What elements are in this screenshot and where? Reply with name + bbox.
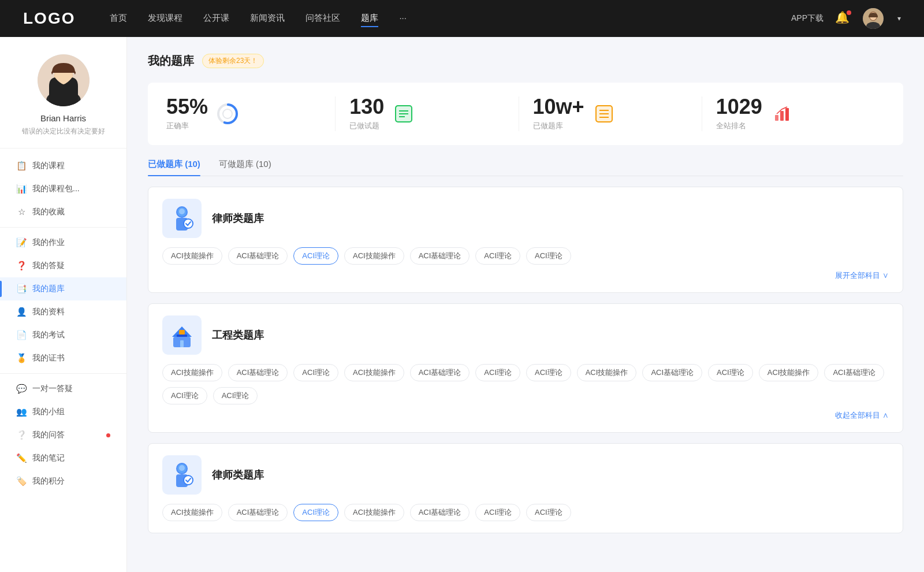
tag-e-2[interactable]: ACI基础理论 (228, 364, 288, 381)
profile-avatar-image (38, 54, 90, 106)
nav-news[interactable]: 新闻资讯 (250, 10, 285, 27)
sidebar-label-homework: 我的作业 (32, 237, 110, 248)
tag-l1-1[interactable]: ACI技能操作 (162, 247, 222, 265)
sidebar-label-favorites: 我的收藏 (32, 207, 110, 217)
tag-e-4[interactable]: ACI技能操作 (344, 364, 404, 381)
nav-more[interactable]: ··· (399, 10, 407, 27)
expand-link-lawyer-1[interactable]: 展开全部科目 ∨ (835, 270, 889, 281)
tag-e-6[interactable]: ACI理论 (475, 364, 520, 381)
svg-rect-24 (785, 108, 789, 121)
tag-l1-6[interactable]: ACI理论 (475, 247, 520, 265)
page-title: 我的题库 (148, 53, 194, 69)
tag-e-10[interactable]: ACI理论 (708, 364, 753, 381)
notification-bell[interactable]: 🔔 (835, 10, 851, 27)
sidebar-divider-2 (0, 373, 126, 374)
sidebar-item-group[interactable]: 👥 我的小组 (0, 400, 126, 424)
tag-e-3[interactable]: ACI理论 (293, 364, 338, 381)
tag-e-1[interactable]: ACI技能操作 (162, 364, 222, 381)
sidebar-item-points[interactable]: 🏷️ 我的积分 (0, 470, 126, 493)
qbank-title-engineer: 工程类题库 (212, 328, 264, 342)
user-menu-chevron[interactable]: ▾ (897, 14, 901, 23)
1on1-icon: 💬 (16, 384, 27, 394)
tag-l2-7[interactable]: ACI理论 (526, 504, 571, 521)
sidebar-label-cert: 我的证书 (32, 353, 110, 363)
tag-e-7[interactable]: ACI理论 (526, 364, 571, 381)
qbank-tags-lawyer-2: ACI技能操作 ACI基础理论 ACI理论 ACI技能操作 ACI基础理论 AC… (162, 504, 889, 521)
tag-e-5[interactable]: ACI基础理论 (410, 364, 470, 381)
tag-l2-4[interactable]: ACI技能操作 (344, 504, 404, 521)
questions-stat-icon (392, 102, 415, 125)
sidebar-label-points: 我的积分 (32, 476, 110, 486)
sidebar-item-exam[interactable]: 📄 我的考试 (0, 324, 126, 347)
tag-e-13[interactable]: ACI理论 (162, 387, 207, 404)
nav-public[interactable]: 公开课 (203, 10, 229, 27)
sidebar-label-packages: 我的课程包... (32, 184, 110, 194)
page-layout: Brian Harris 错误的决定比没有决定要好 📋 我的课程 📊 我的课程包… (0, 37, 924, 572)
sidebar-item-1on1[interactable]: 💬 一对一答疑 (0, 377, 126, 400)
tab-done-banks[interactable]: 已做题库 (10) (148, 159, 200, 176)
stat-done-questions: 130 已做试题 (336, 96, 519, 131)
svg-point-38 (184, 476, 193, 485)
tag-l1-2[interactable]: ACI基础理论 (228, 247, 288, 265)
course-packages-icon: 📊 (16, 184, 27, 194)
tag-l2-1[interactable]: ACI技能操作 (162, 504, 222, 521)
stat-value-accuracy: 55% (166, 96, 208, 117)
tag-e-11[interactable]: ACI技能操作 (759, 364, 819, 381)
questions-badge (106, 433, 110, 437)
sidebar-item-cert[interactable]: 🏅 我的证书 (0, 347, 126, 370)
sidebar-item-homework[interactable]: 📝 我的作业 (0, 231, 126, 254)
stat-value-rank: 1029 (716, 96, 762, 117)
logo: LOGO (23, 9, 75, 28)
banks-stat-icon (593, 102, 616, 125)
tab-available-banks[interactable]: 可做题库 (10) (219, 159, 271, 176)
nav-qbank[interactable]: 题库 (361, 10, 378, 27)
sidebar-label-qbank: 我的题库 (32, 284, 110, 294)
tag-e-8[interactable]: ACI技能操作 (577, 364, 637, 381)
collapse-link-engineer[interactable]: 收起全部科目 ∧ (835, 410, 889, 421)
sidebar-item-favorites[interactable]: ☆ 我的收藏 (0, 200, 126, 224)
nav-discover[interactable]: 发现课程 (148, 10, 182, 27)
sidebar-motto: 错误的决定比没有决定要好 (13, 127, 114, 136)
sidebar-item-profile[interactable]: 👤 我的资料 (0, 300, 126, 324)
sidebar-item-qbank[interactable]: 📑 我的题库 (0, 277, 126, 300)
sidebar-item-questions[interactable]: ❔ 我的问答 (0, 424, 126, 447)
qbank-icon-engineer (162, 315, 202, 355)
trial-badge: 体验剩余23天！ (202, 54, 264, 68)
navbar-right: APP下载 🔔 ▾ (791, 8, 901, 29)
qbank-icon-lawyer-1 (162, 199, 202, 238)
sidebar-divider-1 (0, 227, 126, 228)
tag-e-9[interactable]: ACI基础理论 (642, 364, 702, 381)
tag-e-14[interactable]: ACI理论 (213, 387, 258, 404)
sidebar-label-group: 我的小组 (32, 407, 110, 417)
sidebar-item-notes[interactable]: ✏️ 我的笔记 (0, 447, 126, 470)
qbank-footer-engineer: 收起全部科目 ∧ (162, 410, 889, 421)
qbank-header-lawyer-1: 律师类题库 (162, 199, 889, 238)
page-title-row: 我的题库 体验剩余23天！ (148, 53, 903, 69)
group-icon: 👥 (16, 407, 27, 417)
nav-home[interactable]: 首页 (110, 10, 127, 27)
tag-l2-6[interactable]: ACI理论 (475, 504, 520, 521)
app-download-link[interactable]: APP下载 (791, 13, 824, 24)
tag-l1-5[interactable]: ACI基础理论 (410, 247, 470, 265)
tag-l1-7[interactable]: ACI理论 (526, 247, 571, 265)
avatar-image (863, 8, 884, 29)
tag-l1-3[interactable]: ACI理论 (293, 247, 338, 265)
tag-l2-3[interactable]: ACI理论 (293, 504, 338, 521)
sidebar-item-course-packages[interactable]: 📊 我的课程包... (0, 177, 126, 200)
avatar[interactable] (863, 8, 884, 29)
qbank-icon: 📑 (16, 284, 27, 294)
tag-l2-5[interactable]: ACI基础理论 (410, 504, 470, 521)
questions-icon: ❔ (16, 430, 27, 440)
sidebar-item-courses[interactable]: 📋 我的课程 (0, 154, 126, 177)
nav-qa[interactable]: 问答社区 (305, 10, 340, 27)
qbank-header-engineer: 工程类题库 (162, 315, 889, 355)
tag-l1-4[interactable]: ACI技能操作 (344, 247, 404, 265)
homework-icon: 📝 (16, 237, 27, 248)
tag-e-12[interactable]: ACI基础理论 (824, 364, 884, 381)
svg-point-11 (223, 109, 232, 118)
tag-l2-2[interactable]: ACI基础理论 (228, 504, 288, 521)
sidebar-item-qa[interactable]: ❓ 我的答疑 (0, 254, 126, 277)
stat-label-rank: 全站排名 (716, 121, 762, 131)
notes-icon: ✏️ (16, 453, 27, 463)
sidebar-label-questions: 我的问答 (32, 430, 104, 440)
